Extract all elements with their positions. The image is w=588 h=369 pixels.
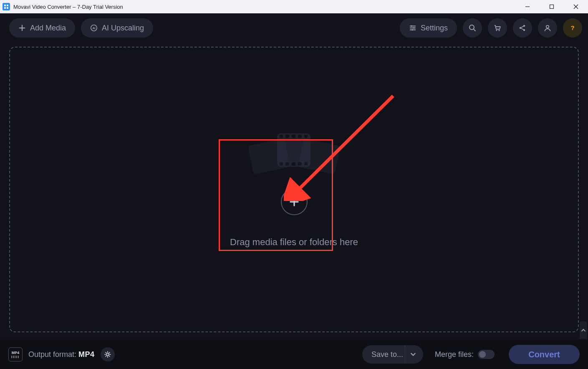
ai-upscaling-label: AI Upscaling [102, 24, 144, 33]
window-close-button[interactable] [564, 0, 588, 13]
svg-rect-1 [7, 5, 8, 6]
svg-line-26 [521, 28, 523, 30]
output-format-label: Output format: [28, 350, 76, 359]
drop-zone-hint: Drag media files or folders here [230, 237, 358, 248]
cart-button[interactable] [488, 18, 507, 38]
format-thumb-text: MP4 [12, 351, 20, 355]
convert-button[interactable]: Convert [509, 345, 580, 364]
settings-button[interactable]: Settings [400, 18, 457, 38]
output-format-value: MP4 [78, 350, 95, 359]
account-button[interactable] [538, 18, 557, 38]
svg-line-25 [521, 26, 523, 28]
scroll-up-button[interactable] [580, 321, 587, 339]
save-to-dropdown-toggle[interactable] [405, 345, 421, 364]
add-media-label: Add Media [30, 24, 66, 33]
svg-point-23 [523, 25, 525, 27]
svg-point-32 [106, 353, 109, 355]
save-to-label: Save to... [371, 350, 403, 359]
ai-icon: AI [90, 24, 98, 32]
bottom-bar: MP4 Output format: MP4 Save to... Merge … [0, 340, 588, 369]
media-placeholder-icon [250, 132, 338, 178]
media-drop-zone[interactable]: Drag media files or folders here [9, 47, 579, 332]
sliders-icon [409, 24, 416, 32]
svg-point-24 [523, 29, 525, 31]
plus-icon [289, 196, 300, 207]
svg-point-21 [499, 30, 500, 31]
window-maximize-button[interactable] [540, 0, 564, 13]
settings-label: Settings [421, 24, 448, 33]
share-icon [518, 24, 527, 32]
chevron-down-icon [410, 351, 416, 357]
svg-rect-0 [4, 5, 6, 6]
plus-icon [18, 24, 26, 32]
chevron-up-icon [581, 328, 586, 333]
search-icon [468, 24, 477, 32]
add-media-circle-button[interactable] [281, 188, 308, 215]
cart-icon [493, 24, 502, 32]
help-button[interactable]: ? [563, 18, 582, 38]
svg-point-22 [520, 27, 521, 29]
save-to-button[interactable]: Save to... [362, 345, 423, 364]
add-media-button[interactable]: Add Media [9, 18, 75, 38]
svg-line-19 [474, 29, 475, 31]
ai-upscaling-button[interactable]: AI AI Upscaling [81, 18, 153, 38]
svg-text:?: ? [570, 24, 574, 31]
toolbar: Add Media AI AI Upscaling Settings [0, 13, 588, 43]
output-format-label-group: Output format: MP4 [28, 350, 95, 359]
svg-point-16 [413, 27, 415, 29]
merge-files-label: Merge files: [435, 350, 474, 359]
svg-rect-2 [4, 7, 6, 9]
svg-point-17 [411, 29, 413, 31]
convert-label: Convert [528, 350, 560, 359]
window-title: Movavi Video Converter – 7-Day Trial Ver… [13, 4, 123, 10]
merge-files-toggle[interactable] [478, 350, 495, 359]
search-button[interactable] [463, 18, 482, 38]
gear-icon [104, 351, 111, 358]
window-minimize-button[interactable] [515, 0, 540, 13]
share-button[interactable] [513, 18, 532, 38]
svg-point-20 [496, 30, 497, 31]
svg-point-27 [546, 25, 549, 28]
svg-rect-5 [550, 5, 554, 9]
svg-text:AI: AI [92, 26, 95, 30]
output-format-thumbnail[interactable]: MP4 [8, 347, 23, 361]
output-format-settings-button[interactable] [101, 347, 115, 361]
user-icon [543, 24, 552, 32]
help-icon: ? [568, 24, 577, 32]
window-titlebar: Movavi Video Converter – 7-Day Trial Ver… [0, 0, 588, 13]
svg-point-15 [411, 25, 412, 27]
app-icon [3, 3, 10, 10]
svg-rect-3 [7, 7, 8, 9]
